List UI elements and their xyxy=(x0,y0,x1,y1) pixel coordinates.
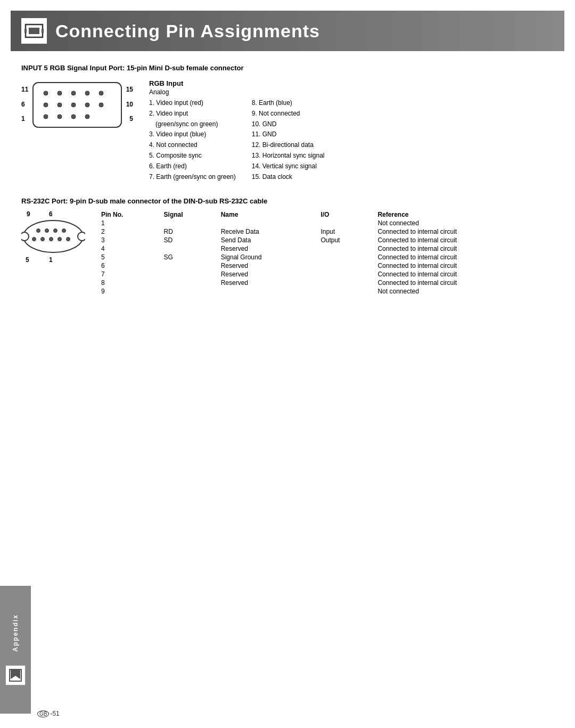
table-row: 7 Reserved Connected to internal circuit xyxy=(101,270,554,279)
rgb-col1-item5: 5. Composite sync xyxy=(149,151,236,161)
rgb-info-subtitle: Analog xyxy=(149,88,554,96)
rgb-info: RGB Input Analog 1. Video input (red) 2.… xyxy=(149,79,554,182)
svg-point-7 xyxy=(71,91,76,95)
io xyxy=(321,287,377,296)
rgb-col1-item3: 3. Video input (blue) xyxy=(149,129,236,140)
signal: SG xyxy=(164,253,221,261)
rgb-pin-6: 6 xyxy=(21,101,25,108)
reference: Connected to internal circuit xyxy=(377,236,554,244)
io xyxy=(321,279,377,287)
signal xyxy=(164,261,221,270)
rgb-columns: 1. Video input (red) 2. Video input (gre… xyxy=(149,98,554,182)
svg-point-10 xyxy=(44,103,48,107)
rgb-connector-svg xyxy=(32,81,122,128)
svg-rect-2 xyxy=(24,29,27,33)
svg-point-20 xyxy=(21,232,29,241)
table-row: 4 Reserved Connected to internal circuit xyxy=(101,244,554,253)
svg-rect-3 xyxy=(42,29,44,33)
svg-point-29 xyxy=(58,238,62,241)
svg-point-5 xyxy=(44,91,48,95)
rgb-col2-item11: 11. GND xyxy=(252,129,325,140)
rgb-col1-item4: 4. Not connected xyxy=(149,140,236,151)
reference: Connected to internal circuit xyxy=(377,227,554,236)
svg-point-8 xyxy=(85,91,89,95)
reference: Connected to internal circuit xyxy=(377,261,554,270)
rs232-pin-1-label: 1 xyxy=(49,256,53,264)
rs232-table-wrap: Pin No. Signal Name I/O Reference 1 xyxy=(101,210,554,296)
table-row: 2 RD Receive Data Input Connected to int… xyxy=(101,227,554,236)
signal: RD xyxy=(164,227,221,236)
rgb-connector-diagram: 11 6 1 15 10 5 xyxy=(21,79,133,182)
name: Reserved xyxy=(221,270,321,279)
rgb-col2-item15: 15. Data clock xyxy=(252,172,325,183)
rgb-col2-item10: 10. GND xyxy=(252,119,325,130)
table-row: 5 SG Signal Ground Connected to internal… xyxy=(101,253,554,261)
signal xyxy=(164,279,221,287)
rs232-pin-6-label: 6 xyxy=(49,210,53,218)
svg-point-15 xyxy=(44,114,48,119)
page-title: Connecting Pin Assignments xyxy=(55,21,320,42)
reference: Connected to internal circuit xyxy=(377,279,554,287)
svg-point-28 xyxy=(50,238,53,241)
rgb-col1: 1. Video input (red) 2. Video input (gre… xyxy=(149,98,236,182)
io xyxy=(321,270,377,279)
col-reference: Reference xyxy=(377,210,554,219)
rgb-col2-item13: 13. Horizontal sync signal xyxy=(252,151,325,161)
pin-table-header: Pin No. Signal Name I/O Reference xyxy=(101,210,554,219)
rgb-col1-item2b: (green/sync on green) xyxy=(149,119,236,130)
name: Reserved xyxy=(221,279,321,287)
col-io: I/O xyxy=(321,210,377,219)
svg-point-27 xyxy=(41,238,45,241)
rgb-col1-item2: 2. Video input xyxy=(149,109,236,119)
io xyxy=(321,219,377,227)
pin-no: 3 xyxy=(101,236,164,244)
rgb-col2-item8: 8. Earth (blue) xyxy=(252,98,325,109)
sidebar-bookmark-icon xyxy=(9,668,22,682)
footer-circle: GB xyxy=(37,710,49,717)
reference: Connected to internal circuit xyxy=(377,244,554,253)
svg-point-12 xyxy=(71,103,76,107)
svg-point-30 xyxy=(67,238,70,241)
col-pin-no: Pin No. xyxy=(101,210,164,219)
connector-icon xyxy=(24,21,44,40)
rs232-connector-svg xyxy=(21,218,85,255)
svg-marker-32 xyxy=(11,669,20,679)
reference: Not connected xyxy=(377,219,554,227)
name: Receive Data xyxy=(221,227,321,236)
io: Output xyxy=(321,236,377,244)
io: Input xyxy=(321,227,377,236)
svg-point-16 xyxy=(58,114,62,119)
footer: GB-51 xyxy=(37,710,60,717)
name xyxy=(221,219,321,227)
svg-point-26 xyxy=(32,238,36,241)
name: Signal Ground xyxy=(221,253,321,261)
rgb-col1-item1: 1. Video input (red) xyxy=(149,98,236,109)
reference: Not connected xyxy=(377,287,554,296)
rgb-pin-11: 11 xyxy=(21,86,28,93)
rgb-col1-item7: 7. Earth (green/sync on green) xyxy=(149,172,236,183)
table-row: 9 Not connected xyxy=(101,287,554,296)
table-row: 1 Not connected xyxy=(101,219,554,227)
svg-point-19 xyxy=(23,220,83,252)
svg-point-6 xyxy=(58,91,62,95)
svg-point-11 xyxy=(58,103,62,107)
signal xyxy=(164,244,221,253)
main-content: INPUT 5 RGB Signal Input Port: 15-pin Mi… xyxy=(0,51,575,317)
rs232-section: RS-232C Port: 9-pin D-sub male connector… xyxy=(21,197,554,296)
header-icon xyxy=(21,18,47,44)
table-row: 8 Reserved Connected to internal circuit xyxy=(101,279,554,287)
signal xyxy=(164,287,221,296)
rgb-pin-5: 5 xyxy=(129,115,133,122)
rs232-pin-9-label: 9 xyxy=(27,210,30,218)
svg-point-18 xyxy=(85,114,89,119)
pin-no: 9 xyxy=(101,287,164,296)
signal: SD xyxy=(164,236,221,244)
svg-point-23 xyxy=(45,229,49,233)
rgb-col2-item9: 9. Not connected xyxy=(252,109,325,119)
svg-point-22 xyxy=(37,229,40,233)
sidebar: Appendix xyxy=(0,586,31,714)
rgb-pin-15: 15 xyxy=(126,86,133,93)
reference: Connected to internal circuit xyxy=(377,270,554,279)
signal xyxy=(164,270,221,279)
page-header: Connecting Pin Assignments xyxy=(11,11,564,51)
